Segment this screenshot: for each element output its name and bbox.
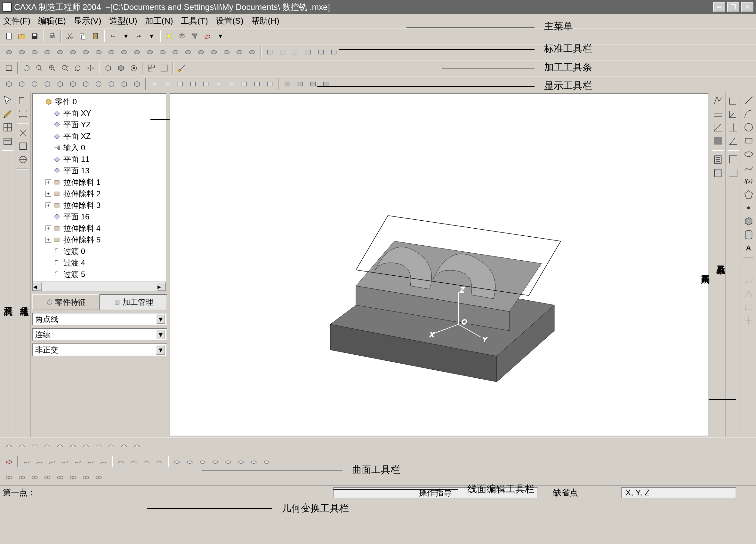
feat-tool-3[interactable] (42, 78, 53, 90)
feat-tool-1[interactable] (16, 78, 28, 90)
dropdown-icon[interactable]: ▾ (214, 30, 226, 42)
tree-item[interactable]: +拉伸除料 4 (35, 223, 164, 234)
le-tool-1[interactable] (34, 456, 45, 467)
light-icon[interactable] (163, 30, 175, 42)
menu-file[interactable]: 文件(F) (3, 15, 30, 27)
redo-icon[interactable] (133, 30, 144, 42)
surf-tool-5[interactable] (67, 440, 79, 451)
tree-item[interactable]: 过渡 4 (35, 257, 164, 269)
new-file-icon[interactable] (3, 30, 15, 42)
tree-item[interactable]: +拉伸除料 1 (35, 177, 164, 188)
coord-6[interactable] (728, 167, 739, 179)
proc-tool-3[interactable] (42, 46, 53, 58)
le-tool-c4[interactable] (222, 456, 234, 467)
gt-tool-0[interactable] (3, 472, 15, 483)
point-icon[interactable] (743, 202, 754, 214)
feat-tool-4[interactable] (54, 78, 66, 90)
multiview-icon[interactable] (146, 62, 157, 74)
proc-tool-7[interactable] (93, 46, 104, 58)
ellipse-icon[interactable] (743, 148, 754, 160)
surf-tool-8[interactable] (106, 440, 117, 451)
menu-view[interactable]: 显示(V) (74, 15, 101, 27)
tree-root[interactable]: 零件 0 (35, 96, 164, 108)
menu-help[interactable]: 帮助(H) (251, 15, 279, 27)
tree-item[interactable]: 平面 XZ (35, 131, 164, 142)
proc-tool-12[interactable] (157, 46, 168, 58)
le-tool-c2[interactable] (197, 456, 208, 467)
tree-item[interactable]: 平面 13 (35, 165, 164, 177)
zoomin-icon[interactable] (46, 62, 58, 74)
redo-dropdown-icon[interactable]: ▾ (146, 30, 157, 42)
menu-process[interactable]: 加工(N) (145, 15, 173, 27)
cv-ex1[interactable] (743, 261, 754, 273)
surf-tool-7[interactable] (93, 440, 104, 451)
gt-tool-1[interactable] (16, 472, 28, 483)
tree-item[interactable]: 平面 YZ (35, 119, 164, 131)
cut-icon[interactable] (64, 30, 76, 42)
cv-ex4[interactable] (743, 301, 754, 313)
menu-edit[interactable]: 编辑(E) (38, 15, 66, 27)
refresh-icon[interactable] (72, 62, 84, 74)
rotate-icon[interactable] (21, 62, 32, 74)
gt-tool-3[interactable] (42, 472, 53, 483)
wireframe-icon[interactable] (102, 62, 114, 74)
feat-tool-c2[interactable] (307, 78, 319, 90)
le-tool-2[interactable] (46, 456, 58, 467)
tree-item[interactable]: 过渡 5 (35, 269, 164, 280)
copy-icon[interactable] (77, 30, 88, 42)
filter-icon[interactable] (189, 30, 200, 42)
feat-tool-0[interactable] (3, 78, 15, 90)
shaded-icon[interactable] (115, 62, 127, 74)
dim3d-3[interactable] (17, 127, 29, 139)
feat-tool-c0[interactable] (282, 78, 293, 90)
feat-tool-10[interactable] (131, 78, 143, 90)
proc-tool-19[interactable] (246, 46, 258, 58)
proc-tool-b5[interactable] (328, 46, 340, 58)
feat-tool-6[interactable] (80, 78, 92, 90)
coord-3[interactable] (728, 122, 739, 133)
cylinder-icon[interactable] (743, 229, 754, 241)
feat-tool-c1[interactable] (294, 78, 306, 90)
le-tool-c6[interactable] (248, 456, 260, 467)
tree-item[interactable]: 平面 16 (35, 211, 164, 223)
save-icon[interactable] (29, 30, 40, 42)
query-2[interactable] (712, 108, 724, 120)
proc-tool-b4[interactable] (315, 46, 327, 58)
feat-tool-b0[interactable] (149, 78, 160, 90)
undo-icon[interactable] (107, 30, 119, 42)
le-tool-c0[interactable] (171, 456, 183, 467)
feat-tool-b9[interactable] (264, 78, 276, 90)
dim3d-2[interactable] (17, 108, 29, 120)
le-tool-4[interactable] (72, 456, 84, 467)
query-6[interactable] (712, 167, 724, 179)
tree-hscroll[interactable]: ◂▸ (33, 281, 166, 291)
singleview-icon[interactable] (158, 62, 170, 74)
close-button[interactable]: ✕ (741, 2, 753, 12)
le-tool-b2[interactable] (141, 456, 152, 467)
surf-tool-9[interactable] (118, 440, 130, 451)
line-icon[interactable] (743, 95, 754, 106)
pencil-icon[interactable] (2, 108, 13, 120)
query-4[interactable] (712, 135, 724, 147)
print-icon[interactable] (46, 30, 58, 42)
feat-tool-b1[interactable] (162, 78, 173, 90)
le-tool-c3[interactable] (210, 456, 221, 467)
proc-tool-b1[interactable] (277, 46, 288, 58)
tree-item[interactable]: 过渡 0 (35, 246, 164, 257)
tree-item[interactable]: 平面 11 (35, 154, 164, 165)
solid-icon[interactable] (743, 216, 754, 227)
proc-tool-18[interactable] (234, 46, 245, 58)
zoomwin-icon[interactable] (59, 62, 71, 74)
coord-4[interactable] (728, 135, 739, 147)
proc-tool-b2[interactable] (290, 46, 301, 58)
proc-tool-2[interactable] (29, 46, 40, 58)
layer-icon[interactable] (176, 30, 188, 42)
tab-part-feature[interactable]: 零件特征 (32, 294, 100, 310)
le-tool-c1[interactable] (184, 456, 196, 467)
proc-tool-1[interactable] (16, 46, 28, 58)
le-tool-3[interactable] (59, 456, 71, 467)
gt-tool-4[interactable] (54, 472, 66, 483)
paste-icon[interactable] (90, 30, 101, 42)
measure-icon[interactable] (176, 62, 188, 74)
imm-combo-3[interactable]: 非正交▾ (32, 343, 167, 356)
